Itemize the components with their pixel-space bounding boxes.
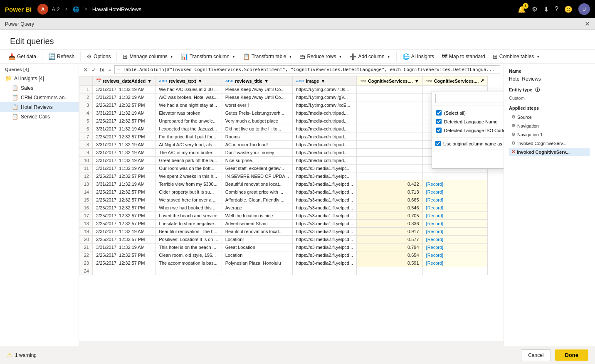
top-nav-right: 🔔 1 ⚙ ⬇ ? 🙂 U [518, 3, 590, 15]
top-nav: Power BI A AI2 > 🌐 > HawaiiHotelReviews … [0, 0, 595, 18]
notification-btn[interactable]: 🔔 1 [518, 5, 526, 13]
download-btn[interactable]: ⬇ [543, 5, 549, 13]
breadcrumb-icon: 🌐 [73, 6, 79, 12]
emoji-btn[interactable]: 🙂 [564, 5, 573, 13]
settings-btn[interactable]: ⚙ [532, 5, 538, 13]
notification-badge: 1 [523, 3, 528, 9]
app-logo: Power BI [5, 6, 32, 13]
file-name: HawaiiHotelReviews [92, 6, 142, 12]
breadcrumb-sep: > [65, 6, 68, 12]
help-btn[interactable]: ? [555, 5, 558, 13]
workspace-name: AI2 [52, 6, 60, 12]
breadcrumb-sep2: > [84, 6, 87, 12]
avatar[interactable]: U [578, 3, 590, 15]
user-badge: A [37, 4, 48, 15]
